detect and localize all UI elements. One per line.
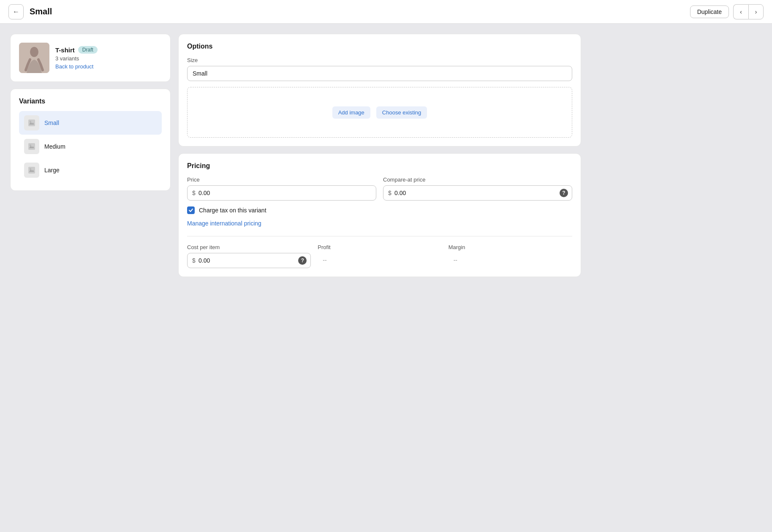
- duplicate-button[interactable]: Duplicate: [690, 5, 729, 18]
- svg-rect-6: [28, 167, 35, 174]
- profit-value: --: [318, 253, 441, 267]
- cost-row: Cost per item $ ? Profit -- Margin --: [187, 244, 572, 268]
- right-column: Options Size Add image Choose existing P…: [178, 34, 581, 277]
- cost-per-item-label: Cost per item: [187, 244, 311, 250]
- pricing-divider: [187, 236, 572, 236]
- main-content: T-shirt Draft 3 variants Back to product…: [0, 24, 591, 287]
- profit-field: Profit --: [318, 244, 441, 268]
- variants-card: Variants Small: [10, 89, 171, 191]
- image-drop-area[interactable]: Add image Choose existing: [187, 87, 572, 138]
- prev-button[interactable]: ‹: [733, 4, 748, 19]
- pricing-row: Price $ Compare-at price $ ?: [187, 176, 572, 201]
- profit-label: Profit: [318, 244, 441, 250]
- top-bar: ← Small Duplicate ‹ ›: [0, 0, 772, 24]
- compare-at-label: Compare-at price: [383, 176, 572, 183]
- svg-point-1: [30, 47, 38, 57]
- size-field: Size: [187, 57, 572, 81]
- page-title: Small: [30, 7, 52, 16]
- variants-title: Variants: [19, 98, 162, 105]
- price-input[interactable]: [187, 185, 376, 201]
- size-input[interactable]: [187, 66, 572, 81]
- top-bar-left: ← Small: [8, 4, 52, 19]
- product-details: T-shirt Draft 3 variants Back to product: [55, 46, 98, 70]
- options-title: Options: [187, 43, 572, 50]
- price-currency-symbol: $: [192, 190, 196, 196]
- margin-value: --: [449, 253, 572, 267]
- svg-point-7: [30, 168, 31, 170]
- variant-icon-medium: [24, 139, 39, 154]
- variant-label-medium: Medium: [44, 143, 65, 150]
- variant-icon-small: [24, 115, 39, 130]
- variant-label-small: Small: [44, 119, 59, 126]
- cost-per-item-input[interactable]: [187, 253, 311, 268]
- back-button[interactable]: ←: [8, 4, 24, 19]
- cost-currency-symbol: $: [192, 257, 196, 264]
- nav-buttons: ‹ ›: [733, 4, 764, 19]
- compare-at-field: Compare-at price $ ?: [383, 176, 572, 201]
- back-to-product-link[interactable]: Back to product: [55, 63, 98, 70]
- compare-at-help-icon[interactable]: ?: [560, 189, 568, 197]
- svg-point-5: [30, 144, 31, 146]
- price-input-wrap: $: [187, 185, 376, 201]
- variant-icon-large: [24, 163, 39, 178]
- product-image: [19, 43, 49, 73]
- cost-per-item-field: Cost per item $ ?: [187, 244, 311, 268]
- svg-rect-4: [28, 143, 35, 150]
- price-label: Price: [187, 176, 376, 183]
- compare-at-input-wrap: $ ?: [383, 185, 572, 201]
- draft-badge: Draft: [78, 46, 98, 54]
- svg-point-3: [30, 121, 31, 122]
- variant-item-small[interactable]: Small: [19, 111, 162, 135]
- price-field: Price $: [187, 176, 376, 201]
- size-label: Size: [187, 57, 572, 63]
- variant-item-large[interactable]: Large: [19, 158, 162, 182]
- charge-tax-label: Charge tax on this variant: [199, 207, 266, 214]
- variant-item-medium[interactable]: Medium: [19, 135, 162, 158]
- charge-tax-checkbox[interactable]: [187, 206, 195, 214]
- options-card: Options Size Add image Choose existing: [178, 34, 581, 147]
- pricing-title: Pricing: [187, 162, 572, 170]
- product-name: T-shirt: [55, 46, 75, 54]
- cost-input-wrap: $ ?: [187, 253, 311, 268]
- variants-count: 3 variants: [55, 55, 98, 62]
- next-button[interactable]: ›: [748, 4, 764, 19]
- svg-rect-2: [28, 119, 35, 126]
- compare-at-currency-symbol: $: [388, 190, 391, 196]
- product-info: T-shirt Draft 3 variants Back to product: [19, 43, 162, 73]
- charge-tax-row: Charge tax on this variant: [187, 206, 572, 214]
- add-image-button[interactable]: Add image: [332, 106, 370, 119]
- pricing-card: Pricing Price $ Compare-at price $ ?: [178, 153, 581, 277]
- compare-at-input[interactable]: [383, 185, 572, 201]
- left-column: T-shirt Draft 3 variants Back to product…: [10, 34, 171, 277]
- product-name-row: T-shirt Draft: [55, 46, 98, 54]
- margin-label: Margin: [449, 244, 572, 250]
- top-bar-right: Duplicate ‹ ›: [690, 4, 764, 19]
- variant-label-large: Large: [44, 167, 60, 174]
- product-card: T-shirt Draft 3 variants Back to product: [10, 34, 171, 82]
- choose-existing-button[interactable]: Choose existing: [376, 106, 427, 119]
- manage-international-link[interactable]: Manage international pricing: [187, 220, 261, 227]
- margin-field: Margin --: [449, 244, 572, 268]
